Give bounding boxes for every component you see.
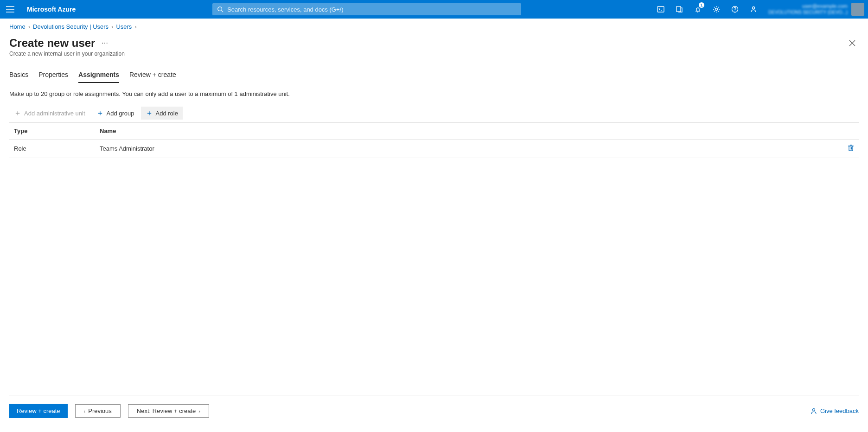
footer-bar: Review + create ‹ Previous Next: Review …: [9, 395, 859, 418]
column-header-name[interactable]: Name: [95, 123, 836, 140]
chevron-right-icon: ›: [198, 408, 200, 414]
close-icon: [849, 40, 855, 46]
svg-rect-5: [657, 6, 664, 12]
search-icon: [217, 6, 223, 13]
trash-icon: [848, 144, 854, 152]
svg-point-20: [812, 408, 815, 411]
page-subtitle: Create a new internal user in your organ…: [9, 51, 859, 57]
next-label: Next: Review + create: [137, 407, 196, 414]
notifications-icon[interactable]: 1: [689, 0, 707, 19]
help-icon[interactable]: [726, 0, 744, 19]
avatar: [851, 3, 864, 16]
add-role-button[interactable]: ＋ Add role: [141, 107, 183, 120]
tab-basics[interactable]: Basics: [9, 69, 28, 83]
page-title: Create new user: [9, 37, 95, 50]
directory-switch-icon[interactable]: [670, 0, 689, 19]
account-tenant: DEVOLUTIONS SECURITY (DEVO...): [768, 10, 848, 15]
table-row[interactable]: Role Teams Administrator: [9, 140, 859, 158]
chevron-right-icon: ›: [134, 23, 136, 30]
feedback-label: Give feedback: [820, 407, 859, 414]
action-bar: ＋ Add administrative unit ＋ Add group ＋ …: [9, 107, 859, 123]
cell-name: Teams Administrator: [95, 140, 836, 158]
svg-point-12: [753, 7, 755, 9]
add-administrative-unit-button: ＋ Add administrative unit: [9, 107, 90, 120]
plus-icon: ＋: [96, 109, 104, 117]
add-group-label: Add group: [107, 110, 134, 117]
breadcrumb-org-users[interactable]: Devolutions Security | Users: [33, 23, 108, 30]
breadcrumb-home[interactable]: Home: [9, 23, 26, 30]
svg-rect-15: [849, 146, 853, 151]
column-header-type[interactable]: Type: [9, 123, 95, 140]
feedback-icon: [810, 407, 817, 415]
cloud-shell-icon[interactable]: [651, 0, 670, 19]
tab-assignments[interactable]: Assignments: [78, 69, 119, 83]
account-name: user@example.com: [802, 3, 848, 9]
next-button[interactable]: Next: Review + create ›: [128, 404, 209, 418]
add-group-button[interactable]: ＋ Add group: [92, 107, 139, 120]
add-admin-unit-label: Add administrative unit: [24, 110, 85, 117]
plus-icon: ＋: [14, 109, 21, 117]
svg-line-4: [222, 11, 223, 13]
settings-icon[interactable]: [707, 0, 726, 19]
chevron-right-icon: ›: [28, 23, 30, 30]
svg-point-9: [715, 8, 718, 11]
top-bar: Microsoft Azure 1 user@example.com: [0, 0, 868, 19]
delete-row-button[interactable]: [848, 144, 854, 152]
tab-properties[interactable]: Properties: [38, 69, 68, 83]
more-actions-button[interactable]: ⋯: [100, 38, 110, 49]
chevron-right-icon: ›: [111, 23, 113, 30]
add-role-label: Add role: [156, 110, 178, 117]
give-feedback-link[interactable]: Give feedback: [810, 407, 859, 415]
svg-rect-7: [677, 6, 681, 12]
previous-button[interactable]: ‹ Previous: [75, 404, 121, 418]
previous-label: Previous: [88, 407, 112, 414]
cell-type: Role: [9, 140, 95, 158]
notification-badge: 1: [699, 2, 704, 8]
review-create-button[interactable]: Review + create: [9, 404, 68, 418]
account-button[interactable]: user@example.com DEVOLUTIONS SECURITY (D…: [763, 3, 868, 16]
breadcrumb-users[interactable]: Users: [116, 23, 132, 30]
intro-text: Make up to 20 group or role assignments.…: [9, 90, 859, 97]
search-box[interactable]: [212, 3, 521, 15]
chevron-left-icon: ‹: [84, 408, 86, 414]
tab-review-create[interactable]: Review + create: [129, 69, 176, 83]
search-input[interactable]: [227, 6, 517, 13]
svg-point-11: [734, 11, 735, 11]
plus-icon: ＋: [146, 109, 153, 117]
close-button[interactable]: [846, 37, 859, 50]
brand-label[interactable]: Microsoft Azure: [20, 6, 82, 13]
assignments-table: Type Name Role Teams Administrator: [9, 123, 859, 158]
menu-button[interactable]: [0, 0, 20, 19]
breadcrumb: Home › Devolutions Security | Users › Us…: [9, 19, 859, 30]
svg-point-3: [218, 7, 222, 11]
tab-bar: Basics Properties Assignments Review + c…: [9, 69, 859, 83]
feedback-top-icon[interactable]: [744, 0, 763, 19]
